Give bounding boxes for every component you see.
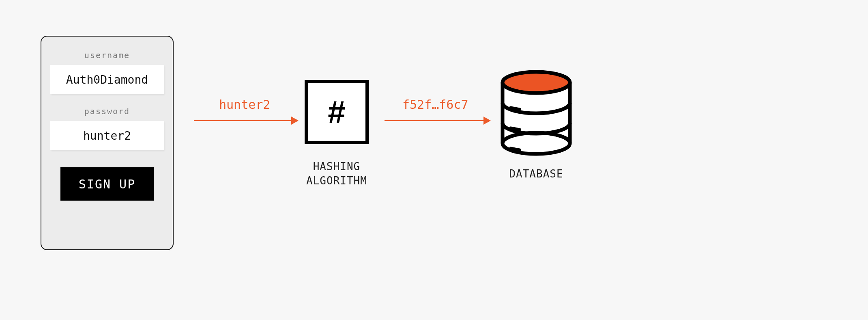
arrow-to-db-label: f52f…f6c7 (402, 97, 468, 112)
signup-card: username password SIGN UP (41, 36, 174, 250)
signup-button[interactable]: SIGN UP (60, 167, 154, 201)
svg-line-6 (511, 128, 520, 130)
svg-line-5 (511, 108, 520, 109)
password-label: password (84, 106, 130, 116)
hash-box: # (305, 80, 369, 144)
hash-caption: HASHING ALGORITHM (288, 160, 385, 188)
arrow-to-hash-label: hunter2 (219, 97, 270, 112)
username-label: username (84, 50, 130, 60)
arrow-to-db (385, 120, 490, 121)
arrow-to-hash (194, 120, 298, 121)
svg-line-7 (511, 148, 520, 150)
username-input[interactable] (50, 65, 164, 94)
svg-point-1 (503, 133, 570, 154)
svg-point-4 (503, 72, 570, 93)
hash-icon: # (328, 96, 345, 128)
database-icon (498, 67, 575, 160)
password-input[interactable] (50, 121, 164, 150)
database-caption: DATABASE (498, 168, 575, 180)
